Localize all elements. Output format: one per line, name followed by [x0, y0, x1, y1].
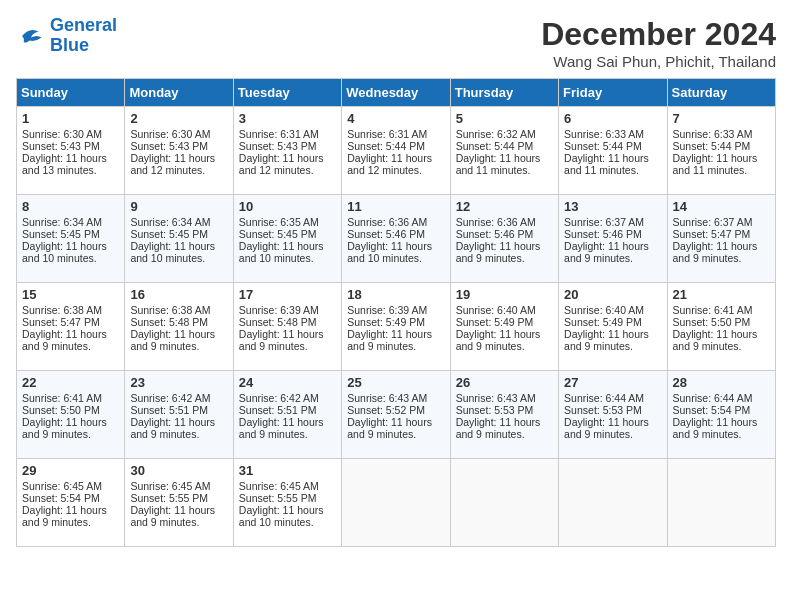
day-number: 3 [239, 111, 336, 126]
day-number: 23 [130, 375, 227, 390]
sunrise: Sunrise: 6:44 AM [673, 392, 753, 404]
sunset: Sunset: 5:50 PM [673, 316, 751, 328]
sunrise: Sunrise: 6:36 AM [347, 216, 427, 228]
calendar-cell: 1Sunrise: 6:30 AMSunset: 5:43 PMDaylight… [17, 107, 125, 195]
calendar-cell [667, 459, 775, 547]
day-number: 6 [564, 111, 661, 126]
sunrise: Sunrise: 6:36 AM [456, 216, 536, 228]
day-number: 20 [564, 287, 661, 302]
sunrise: Sunrise: 6:39 AM [239, 304, 319, 316]
calendar-cell: 26Sunrise: 6:43 AMSunset: 5:53 PMDayligh… [450, 371, 558, 459]
daylight: Daylight: 11 hours and 10 minutes. [130, 240, 215, 264]
sunrise: Sunrise: 6:38 AM [130, 304, 210, 316]
day-number: 15 [22, 287, 119, 302]
sunset: Sunset: 5:46 PM [564, 228, 642, 240]
header-day-sunday: Sunday [17, 79, 125, 107]
header-day-thursday: Thursday [450, 79, 558, 107]
day-number: 1 [22, 111, 119, 126]
calendar-cell: 15Sunrise: 6:38 AMSunset: 5:47 PMDayligh… [17, 283, 125, 371]
header-day-tuesday: Tuesday [233, 79, 341, 107]
calendar-cell: 24Sunrise: 6:42 AMSunset: 5:51 PMDayligh… [233, 371, 341, 459]
day-number: 10 [239, 199, 336, 214]
calendar-cell: 29Sunrise: 6:45 AMSunset: 5:54 PMDayligh… [17, 459, 125, 547]
daylight: Daylight: 11 hours and 12 minutes. [347, 152, 432, 176]
sunset: Sunset: 5:47 PM [22, 316, 100, 328]
daylight: Daylight: 11 hours and 9 minutes. [456, 328, 541, 352]
daylight: Daylight: 11 hours and 11 minutes. [456, 152, 541, 176]
sunrise: Sunrise: 6:32 AM [456, 128, 536, 140]
sunset: Sunset: 5:44 PM [673, 140, 751, 152]
sunrise: Sunrise: 6:43 AM [347, 392, 427, 404]
sunset: Sunset: 5:43 PM [239, 140, 317, 152]
day-number: 7 [673, 111, 770, 126]
sunset: Sunset: 5:45 PM [22, 228, 100, 240]
day-number: 11 [347, 199, 444, 214]
calendar-cell: 23Sunrise: 6:42 AMSunset: 5:51 PMDayligh… [125, 371, 233, 459]
week-row-5: 29Sunrise: 6:45 AMSunset: 5:54 PMDayligh… [17, 459, 776, 547]
sunrise: Sunrise: 6:37 AM [564, 216, 644, 228]
day-number: 30 [130, 463, 227, 478]
calendar-cell: 12Sunrise: 6:36 AMSunset: 5:46 PMDayligh… [450, 195, 558, 283]
sunset: Sunset: 5:55 PM [130, 492, 208, 504]
daylight: Daylight: 11 hours and 10 minutes. [239, 504, 324, 528]
calendar-cell: 31Sunrise: 6:45 AMSunset: 5:55 PMDayligh… [233, 459, 341, 547]
title-block: December 2024 Wang Sai Phun, Phichit, Th… [541, 16, 776, 70]
day-number: 14 [673, 199, 770, 214]
sunset: Sunset: 5:49 PM [456, 316, 534, 328]
calendar-table: SundayMondayTuesdayWednesdayThursdayFrid… [16, 78, 776, 547]
day-number: 28 [673, 375, 770, 390]
sunrise: Sunrise: 6:45 AM [130, 480, 210, 492]
calendar-cell: 7Sunrise: 6:33 AMSunset: 5:44 PMDaylight… [667, 107, 775, 195]
calendar-cell: 2Sunrise: 6:30 AMSunset: 5:43 PMDaylight… [125, 107, 233, 195]
day-number: 25 [347, 375, 444, 390]
daylight: Daylight: 11 hours and 9 minutes. [564, 240, 649, 264]
sunrise: Sunrise: 6:34 AM [22, 216, 102, 228]
day-number: 12 [456, 199, 553, 214]
sunset: Sunset: 5:54 PM [673, 404, 751, 416]
day-number: 2 [130, 111, 227, 126]
sunrise: Sunrise: 6:41 AM [22, 392, 102, 404]
daylight: Daylight: 11 hours and 9 minutes. [564, 416, 649, 440]
calendar-cell [559, 459, 667, 547]
sunset: Sunset: 5:50 PM [22, 404, 100, 416]
sunrise: Sunrise: 6:31 AM [347, 128, 427, 140]
calendar-cell: 28Sunrise: 6:44 AMSunset: 5:54 PMDayligh… [667, 371, 775, 459]
calendar-cell: 18Sunrise: 6:39 AMSunset: 5:49 PMDayligh… [342, 283, 450, 371]
daylight: Daylight: 11 hours and 11 minutes. [564, 152, 649, 176]
sunset: Sunset: 5:44 PM [347, 140, 425, 152]
sunset: Sunset: 5:53 PM [456, 404, 534, 416]
sunrise: Sunrise: 6:30 AM [22, 128, 102, 140]
sunrise: Sunrise: 6:40 AM [564, 304, 644, 316]
sunrise: Sunrise: 6:42 AM [239, 392, 319, 404]
daylight: Daylight: 11 hours and 9 minutes. [22, 416, 107, 440]
daylight: Daylight: 11 hours and 10 minutes. [22, 240, 107, 264]
calendar-cell: 27Sunrise: 6:44 AMSunset: 5:53 PMDayligh… [559, 371, 667, 459]
daylight: Daylight: 11 hours and 9 minutes. [564, 328, 649, 352]
daylight: Daylight: 11 hours and 9 minutes. [673, 240, 758, 264]
calendar-cell: 8Sunrise: 6:34 AMSunset: 5:45 PMDaylight… [17, 195, 125, 283]
sunrise: Sunrise: 6:40 AM [456, 304, 536, 316]
day-number: 18 [347, 287, 444, 302]
logo: GeneralBlue [16, 16, 117, 56]
month-title: December 2024 [541, 16, 776, 53]
day-number: 26 [456, 375, 553, 390]
sunrise: Sunrise: 6:39 AM [347, 304, 427, 316]
day-number: 27 [564, 375, 661, 390]
daylight: Daylight: 11 hours and 13 minutes. [22, 152, 107, 176]
sunrise: Sunrise: 6:35 AM [239, 216, 319, 228]
daylight: Daylight: 11 hours and 10 minutes. [239, 240, 324, 264]
logo-text: GeneralBlue [50, 16, 117, 56]
sunset: Sunset: 5:48 PM [239, 316, 317, 328]
calendar-cell: 11Sunrise: 6:36 AMSunset: 5:46 PMDayligh… [342, 195, 450, 283]
calendar-cell: 21Sunrise: 6:41 AMSunset: 5:50 PMDayligh… [667, 283, 775, 371]
sunset: Sunset: 5:54 PM [22, 492, 100, 504]
sunrise: Sunrise: 6:30 AM [130, 128, 210, 140]
sunrise: Sunrise: 6:41 AM [673, 304, 753, 316]
day-number: 21 [673, 287, 770, 302]
week-row-3: 15Sunrise: 6:38 AMSunset: 5:47 PMDayligh… [17, 283, 776, 371]
sunset: Sunset: 5:44 PM [564, 140, 642, 152]
sunset: Sunset: 5:43 PM [22, 140, 100, 152]
sunrise: Sunrise: 6:33 AM [673, 128, 753, 140]
daylight: Daylight: 11 hours and 9 minutes. [239, 328, 324, 352]
sunrise: Sunrise: 6:31 AM [239, 128, 319, 140]
